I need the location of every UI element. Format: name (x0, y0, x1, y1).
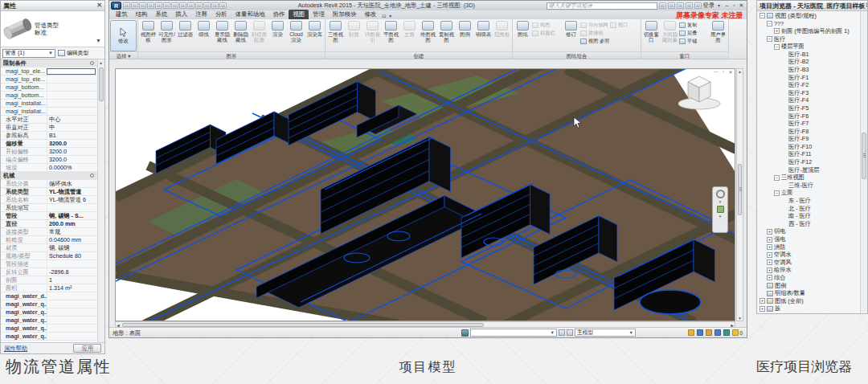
exclude-options-icon[interactable] (688, 329, 694, 336)
property-value[interactable]: YL-物流管道 6 (47, 196, 97, 203)
property-value[interactable]: 3200.0 (47, 156, 97, 163)
tree-toggle-plus-icon[interactable]: + (767, 259, 772, 265)
measure-icon[interactable] (171, 2, 178, 9)
ribbon-button-用户界面[interactable]: 用户界面 (709, 19, 727, 51)
select-group-label[interactable]: 选择 ▾ (109, 51, 137, 59)
tree-item[interactable]: 医疗-B3 (757, 66, 860, 74)
navigation-bar[interactable]: ▾ ▾ (712, 186, 728, 233)
editable-only-icon[interactable] (706, 329, 712, 336)
property-value[interactable]: 3200.0 (47, 148, 97, 155)
tab-管理[interactable]: 管理 (309, 10, 329, 19)
analytical-model-icon[interactable] (723, 329, 730, 336)
tree-toggle-plus-icon[interactable]: + (767, 244, 772, 250)
property-value[interactable] (47, 317, 97, 324)
tree-item[interactable]: +图纸 (全部) (757, 297, 860, 305)
close-icon[interactable]: ✕ (866, 2, 867, 9)
tab-修改[interactable]: 修改 (361, 10, 381, 19)
ribbon-button-切换窗口[interactable]: 切换窗口 (642, 19, 661, 51)
press-drag-icon[interactable] (697, 329, 703, 336)
property-value[interactable] (47, 292, 97, 300)
tree-item[interactable]: 医疗-屋顶层 (757, 166, 860, 174)
print-icon[interactable] (163, 2, 170, 9)
text-icon[interactable] (187, 2, 194, 9)
tree-toggle-plus-icon[interactable]: + (774, 28, 780, 34)
edit-type-button[interactable]: 编辑类型 (58, 49, 88, 57)
viewcube[interactable] (677, 74, 722, 111)
tab-分析[interactable]: 分析 (211, 10, 231, 19)
tree-item[interactable]: 医疗-F2 (757, 81, 860, 89)
ribbon-button-过滤器[interactable]: 过滤器 (176, 19, 194, 51)
aligned-dimension-icon[interactable] (179, 2, 186, 9)
tab-系统[interactable]: 系统 (152, 10, 172, 19)
tree-item[interactable]: −视图 (类型/规程) (757, 12, 860, 20)
property-value[interactable]: 0.0000% (47, 164, 97, 171)
tree-toggle-minus-icon[interactable]: − (760, 13, 765, 18)
tree-item[interactable]: 明细表/数量 (757, 289, 860, 297)
subscription-center-icon[interactable] (668, 2, 675, 9)
ribbon-button-明细表[interactable]: 明细表 (474, 19, 493, 51)
signin-button[interactable]: 登录 (703, 2, 714, 10)
tree-item[interactable]: 医疗-B2 (757, 59, 860, 67)
property-value[interactable]: 常规 (47, 228, 97, 235)
vertical-scrollbar[interactable]: ▲ ▼ (736, 68, 743, 321)
property-value[interactable]: Schedule 80 (47, 252, 97, 259)
ribbon-button-显示隐藏线[interactable]: 显示隐藏线 (213, 19, 231, 51)
tree-toggle-plus-icon[interactable]: + (760, 298, 765, 304)
tab-视图[interactable]: 视图 (289, 10, 309, 19)
ribbon-button-可见性/图形[interactable]: 可见性/图形 (158, 19, 176, 51)
tree-item[interactable]: 医疗-F6 (757, 112, 860, 121)
tree-item[interactable]: +空调水 (757, 251, 860, 259)
tree-item[interactable]: 医疗-F9 (757, 136, 860, 144)
properties-scrollbar[interactable]: ▲ (97, 60, 104, 341)
tree-item[interactable]: +给排水 (757, 267, 860, 275)
ribbon-button-层叠[interactable]: 层叠 (679, 30, 709, 37)
tree-item[interactable]: 医疗-B1 (757, 51, 860, 59)
tree-toggle-plus-icon[interactable]: + (767, 275, 772, 280)
project-browser-titlebar[interactable]: 项目浏览器 - 天坛医院_医疗项目样板 ✕ (757, 1, 867, 11)
tree-toggle-plus-icon[interactable]: + (760, 306, 765, 312)
tree-toggle-minus-icon[interactable]: − (774, 190, 780, 196)
tab-结构[interactable]: 结构 (132, 10, 152, 19)
exchange-apps-icon[interactable] (686, 2, 693, 9)
tree-item[interactable]: 医疗-F10 (757, 143, 860, 151)
property-value[interactable]: 1.314 m² (47, 284, 97, 292)
property-value[interactable]: 钢, 碳钢 - S... (47, 212, 97, 219)
undo-icon[interactable] (147, 2, 154, 9)
property-value[interactable] (47, 92, 97, 99)
property-value[interactable] (47, 76, 97, 83)
worksets-icon[interactable] (461, 329, 469, 337)
property-value[interactable] (47, 260, 97, 268)
scrollbar-thumb[interactable] (99, 67, 104, 101)
ribbon-button-渲染库[interactable]: 渲染库 (305, 19, 324, 51)
editing-requests-icon[interactable] (559, 329, 565, 336)
model-3d-scene[interactable] (116, 69, 735, 321)
sync-with-central-icon[interactable] (139, 2, 146, 9)
ribbon-button-复制[interactable]: 复制 (679, 22, 709, 29)
tree-toggle-plus-icon[interactable]: + (767, 229, 772, 235)
ribbon-button-图纸[interactable]: 图纸 (514, 19, 532, 51)
tab-插入[interactable]: 插入 (171, 10, 191, 19)
tree-item[interactable]: 医疗-F5 (757, 104, 860, 112)
tree-item[interactable]: +弱电 (757, 228, 860, 236)
restore-icon[interactable]: ▫ (720, 69, 727, 75)
restore-icon[interactable]: ▫ (731, 2, 738, 9)
chevron-down-icon[interactable]: ▾ (719, 214, 722, 219)
type-preview[interactable]: 管道类型 标准 ▼ (1, 11, 104, 47)
tree-toggle-minus-icon[interactable]: − (767, 36, 772, 42)
minimize-icon[interactable]: – (723, 2, 731, 9)
save-icon[interactable] (131, 2, 138, 9)
tree-item[interactable]: 医疗-F1 (757, 74, 860, 82)
close-icon[interactable]: ✕ (727, 69, 734, 75)
tree-item[interactable]: 南 - 医疗 (757, 212, 860, 220)
chevron-down-icon[interactable]: ▾ (718, 2, 720, 8)
close-icon[interactable]: ✕ (96, 2, 102, 9)
tree-item[interactable]: −楼层平面 (757, 43, 860, 51)
scroll-down-icon[interactable]: ▼ (738, 316, 742, 321)
tree-item[interactable]: 东 - 医疗 (757, 197, 860, 205)
tree-item[interactable]: 医疗-F8 (757, 128, 860, 136)
tree-item[interactable]: −医疗 (757, 35, 860, 43)
tree-item[interactable]: 医疗-F3 (757, 89, 860, 97)
property-value[interactable]: 3200.0 (47, 140, 97, 147)
modify-button[interactable]: 修改 (110, 20, 137, 51)
tree-toggle-minus-icon[interactable]: − (767, 21, 772, 27)
